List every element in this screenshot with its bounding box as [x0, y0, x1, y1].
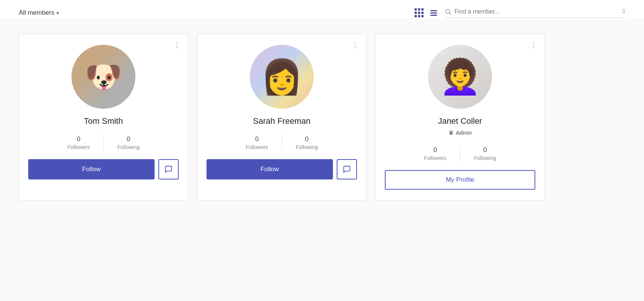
members-filter-dropdown[interactable]: All members ▾ [19, 9, 407, 17]
grid-view-button[interactable] [413, 7, 425, 19]
message-button[interactable] [337, 159, 357, 179]
following-stat: 0 Following [104, 135, 153, 150]
followers-label: Followers [246, 144, 268, 150]
admin-label: Admin [456, 129, 472, 136]
member-card-janet-coller: ⋮ Janet Coller ♛ Admin 0 Followers 0 Fol… [375, 34, 545, 201]
members-filter-label: All members [19, 9, 54, 17]
top-bar: All members ▾ 3 [0, 0, 644, 19]
stats-row: 0 Followers 0 Following [207, 134, 357, 151]
chevron-down-icon: ▾ [56, 10, 59, 16]
followers-stat: 0 Followers [232, 135, 282, 150]
avatar [250, 45, 314, 109]
chat-icon [164, 165, 173, 173]
crown-icon: ♛ [448, 129, 454, 136]
following-count: 0 [305, 135, 308, 143]
followers-count: 0 [433, 146, 437, 154]
members-grid: ⋮ Tom Smith 0 Followers 0 Following Foll… [0, 19, 644, 216]
following-stat: 0 Following [282, 135, 331, 150]
card-actions: Follow [207, 159, 357, 179]
message-button[interactable] [158, 159, 179, 179]
member-name: Sarah Freeman [253, 116, 311, 126]
avatar [428, 45, 492, 109]
avatar [71, 45, 135, 109]
member-count: 3 [622, 8, 625, 15]
view-toggle-toolbar [413, 7, 439, 19]
follow-button[interactable]: Follow [28, 159, 155, 179]
following-label: Following [117, 144, 140, 150]
card-actions: My Profile [385, 170, 535, 190]
search-input[interactable] [454, 8, 616, 15]
member-name: Janet Coller [438, 116, 482, 126]
member-name: Tom Smith [84, 116, 123, 126]
search-bar: 3 [445, 8, 625, 18]
card-more-options-button[interactable]: ⋮ [351, 41, 359, 49]
card-actions: Follow [28, 159, 179, 179]
grid-icon [415, 8, 424, 17]
admin-badge: ♛ Admin [448, 129, 472, 136]
following-label: Following [296, 144, 318, 150]
followers-label: Followers [424, 155, 447, 161]
search-icon [445, 8, 451, 15]
card-more-options-button[interactable]: ⋮ [173, 41, 181, 49]
followers-stat: 0 Followers [54, 135, 103, 150]
followers-label: Followers [67, 144, 90, 150]
list-icon [430, 10, 437, 16]
chat-icon [343, 165, 351, 173]
followers-count: 0 [255, 135, 258, 143]
card-more-options-button[interactable]: ⋮ [530, 41, 538, 49]
follow-button[interactable]: Follow [207, 159, 333, 179]
following-stat: 0 Following [460, 146, 510, 161]
following-count: 0 [483, 146, 487, 154]
followers-count: 0 [77, 135, 80, 143]
stats-row: 0 Followers 0 Following [385, 145, 535, 162]
svg-line-1 [449, 13, 451, 14]
following-label: Following [474, 155, 496, 161]
following-count: 0 [127, 135, 130, 143]
followers-stat: 0 Followers [410, 146, 460, 161]
my-profile-button[interactable]: My Profile [385, 170, 535, 190]
member-card-sarah-freeman: ⋮ Sarah Freeman 0 Followers 0 Following … [197, 34, 366, 201]
list-view-button[interactable] [429, 9, 439, 17]
member-card-tom-smith: ⋮ Tom Smith 0 Followers 0 Following Foll… [19, 34, 188, 201]
stats-row: 0 Followers 0 Following [28, 134, 179, 151]
